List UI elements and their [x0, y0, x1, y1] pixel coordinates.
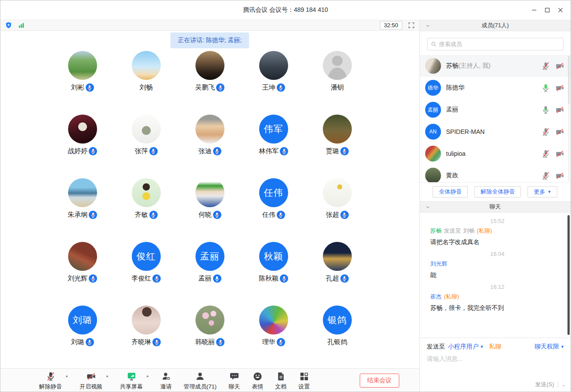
mic-muted-icon[interactable] [541, 127, 550, 137]
participant-tile[interactable]: 刘光辉 [51, 241, 114, 305]
member-row[interactable]: 德华陈德华 [420, 77, 571, 99]
chat-permission-dropdown[interactable]: 聊天权限 ▼ [535, 343, 564, 351]
maximize-button[interactable] [541, 4, 554, 17]
mute-all-button[interactable]: 全体静音 [433, 186, 468, 198]
participant-tile[interactable]: 秋颖陈秋颖 [242, 241, 305, 305]
participant-tile[interactable]: 齐敏 [114, 178, 178, 241]
toolbar-expand-caret-icon[interactable]: ▲ [105, 374, 109, 378]
emoji-button[interactable]: 表情 [252, 371, 263, 391]
toolbar-expand-caret-icon[interactable]: ▲ [65, 374, 69, 378]
camera-off-icon[interactable] [555, 61, 564, 71]
mic-muted-icon[interactable] [541, 149, 550, 158]
participant-tile[interactable]: 韩晓丽 [178, 305, 242, 368]
member-name: 苏畅(主持人, 我) [446, 62, 491, 70]
participant-nameline: 李俊红 [131, 274, 161, 283]
mic-muted-icon[interactable] [541, 171, 550, 180]
participant-tile[interactable]: 何晓 [178, 178, 242, 241]
send-button[interactable]: 发送(S) [535, 381, 554, 388]
members-collapse-chevron-icon[interactable] [425, 23, 430, 29]
camera-off-icon[interactable] [555, 105, 564, 115]
participant-tile[interactable]: 理华 [242, 305, 305, 368]
participant-tile[interactable]: 张超 [305, 178, 369, 241]
participant-tile[interactable]: 刘璐刘璐 [51, 305, 114, 368]
manage-members-button[interactable]: 管理成员(71) [184, 371, 217, 391]
participant-tile[interactable]: 张萍 [114, 114, 178, 178]
avatar [195, 178, 224, 207]
camera-off-icon[interactable] [555, 149, 564, 158]
participant-tile[interactable]: 俊红李俊红 [114, 241, 178, 305]
member-row[interactable]: tulipioa [420, 143, 571, 165]
participant-tile[interactable]: 刘畅 [114, 50, 178, 114]
meeting-security-icon[interactable] [5, 22, 12, 29]
member-row[interactable]: 苏畅(主持人, 我) [420, 55, 571, 77]
member-row[interactable]: 黄政 [420, 165, 571, 182]
participant-name: 陈秋颖 [259, 274, 278, 283]
bottom-toolbar: 解除静音▲开启视频▲共享屏幕▲邀请管理成员(71)聊天表情文档设置结束会议 [0, 368, 419, 392]
participant-tile[interactable]: 王坤 [242, 50, 305, 114]
fullscreen-icon[interactable] [408, 22, 415, 29]
unmute-button[interactable]: 解除静音▲ [39, 371, 62, 391]
share-screen-button[interactable]: 共享屏幕▲ [120, 371, 143, 391]
mic-on-icon[interactable] [541, 83, 550, 93]
members-panel-title: 成员(71人) [481, 22, 509, 29]
member-search-input[interactable] [439, 41, 560, 47]
member-row[interactable]: 孟丽孟丽 [420, 99, 571, 121]
member-row[interactable]: ANSPIDER-MAN [420, 121, 571, 143]
participant-name: 张超 [326, 211, 339, 219]
chat-timestamp: 16:12 [430, 284, 564, 290]
participant-tile[interactable]: 贾璐 [305, 114, 369, 178]
member-name: 孟丽 [446, 106, 459, 114]
participant-tile[interactable]: 潘钥 [305, 50, 369, 114]
chat-timestamp: 16:04 [430, 251, 564, 257]
camera-off-icon[interactable] [555, 171, 564, 180]
participant-tile[interactable]: 伟军林伟军 [242, 114, 305, 178]
member-search-box[interactable] [427, 38, 564, 50]
settings-button[interactable]: 设置 [298, 371, 310, 391]
minimize-button[interactable] [528, 4, 541, 17]
chevron-down-icon: ▼ [480, 345, 484, 349]
participant-nameline: 王坤 [262, 83, 285, 92]
participant-tile[interactable]: 孟丽孟丽 [178, 241, 242, 305]
participant-tile[interactable]: 银鸽孔银鸽 [305, 305, 369, 368]
end-meeting-button[interactable]: 结束会议 [360, 374, 399, 388]
participant-name: 孟丽 [199, 274, 212, 283]
close-button[interactable] [554, 4, 567, 17]
member-list-scrollbar-thumb[interactable] [568, 56, 570, 104]
camera-off-icon[interactable] [555, 127, 564, 137]
participant-tile[interactable]: 刘彬 [51, 50, 114, 114]
button-label: 更多 [534, 188, 545, 196]
avatar [195, 115, 224, 144]
participant-tile[interactable]: 齐晓琳 [114, 305, 178, 368]
chat-message-text: 苏畅，很卡，我完全听不到 [430, 304, 564, 312]
chat-icon [229, 371, 240, 382]
participant-tile[interactable]: 朱承纲 [51, 178, 114, 241]
toolbar-expand-caret-icon[interactable]: ▲ [146, 374, 149, 378]
docs-button[interactable]: 文档 [275, 371, 286, 391]
unmute-all-button[interactable]: 解除全体静音 [474, 186, 521, 198]
camera-off-icon[interactable] [555, 83, 564, 93]
send-options-chevron-icon[interactable]: ⌄ [562, 382, 565, 387]
member-name: 黄政 [446, 172, 459, 180]
participant-tile[interactable]: 任伟任伟 [242, 178, 305, 241]
mic-muted-icon[interactable] [541, 61, 550, 71]
network-signal-icon[interactable] [18, 22, 25, 29]
participant-tile[interactable]: 孔超 [305, 241, 369, 305]
toolbar-item-label: 解除静音 [39, 383, 62, 391]
participant-name: 刘彬 [71, 83, 84, 92]
participant-tile[interactable]: 张迪 [178, 114, 242, 178]
more-button[interactable]: 更多▼ [528, 186, 557, 198]
send-to-dropdown[interactable]: 小程序用户 ▼ [448, 343, 484, 351]
chat-composer: 发送至 小程序用户 ▼ 私聊 聊天权限 ▼ 发送(S) ⌄ [420, 338, 571, 392]
mic-muted-badge-icon [280, 147, 288, 155]
chat-collapse-chevron-icon[interactable] [425, 205, 430, 210]
participant-tile[interactable]: 吴鹏飞 [178, 50, 242, 114]
mic-level-icon[interactable] [541, 105, 550, 115]
start-video-button[interactable]: 开启视频▲ [80, 371, 102, 391]
chat-message-input[interactable] [427, 355, 564, 362]
invite-button[interactable]: 邀请 [160, 371, 172, 391]
chat-panel-header: 聊天 [420, 201, 571, 212]
participant-tile[interactable]: 战婷婷 [51, 114, 114, 178]
chat-scrollbar[interactable] [567, 215, 570, 335]
chat-button[interactable]: 聊天 [228, 371, 240, 391]
avatar: 任伟 [259, 178, 288, 207]
